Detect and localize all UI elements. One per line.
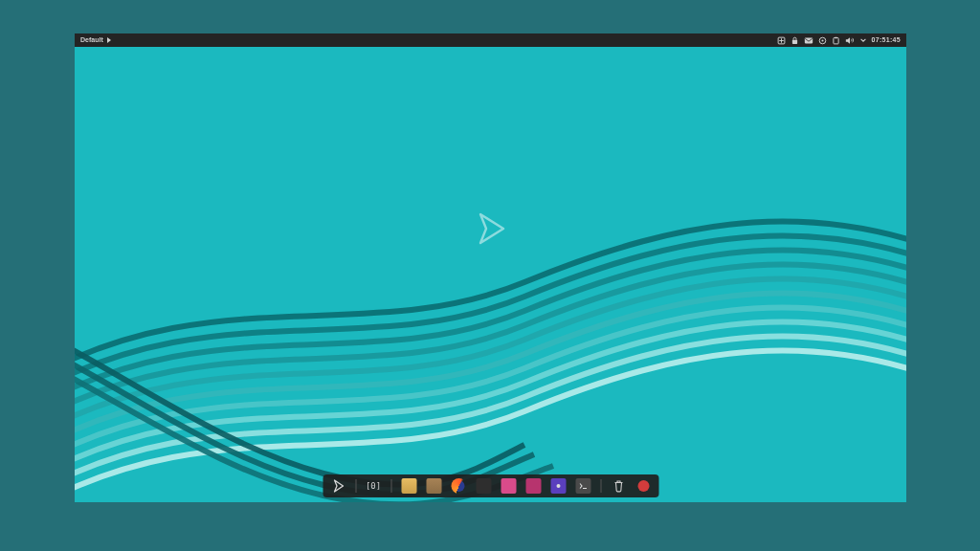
dock: [0]	[323, 474, 658, 497]
dock-item-files-folder[interactable]	[426, 478, 441, 494]
svg-rect-6	[833, 37, 837, 43]
svg-rect-2	[791, 39, 796, 43]
workspace-indicator[interactable]: [0]	[366, 478, 381, 494]
dock-separator	[355, 479, 356, 493]
dock-item-app-magenta[interactable]	[525, 478, 541, 494]
dock-item-app-violet[interactable]	[550, 478, 566, 494]
workspace-label: Default	[80, 33, 103, 47]
svg-rect-0	[75, 33, 906, 502]
settings-icon[interactable]	[818, 36, 827, 45]
update-icon[interactable]	[777, 36, 786, 45]
dock-item-app-pink[interactable]	[501, 478, 516, 494]
clock[interactable]: 07:51:45	[872, 33, 901, 47]
dock-item-power[interactable]	[635, 478, 651, 494]
page-background: Default	[0, 0, 980, 551]
dropdown-icon[interactable]	[859, 36, 867, 44]
dock-item-trash[interactable]	[611, 478, 626, 494]
volume-icon[interactable]	[845, 36, 855, 45]
lock-icon[interactable]	[791, 36, 799, 45]
dock-item-firefox[interactable]	[451, 478, 466, 494]
dock-separator	[600, 479, 601, 493]
system-tray: 07:51:45	[777, 33, 901, 47]
clipboard-icon[interactable]	[832, 36, 840, 45]
dock-item-app-dark[interactable]	[476, 478, 491, 494]
dock-separator	[390, 479, 391, 493]
desktop-screen: Default	[75, 33, 906, 502]
dock-item-terminal[interactable]	[575, 478, 590, 494]
chevron-down-icon	[107, 37, 111, 43]
svg-rect-7	[835, 36, 836, 38]
svg-rect-3	[804, 37, 812, 43]
dock-item-home-folder[interactable]	[401, 478, 416, 494]
launcher-button[interactable]	[330, 478, 345, 494]
workspace-switcher[interactable]: Default	[80, 33, 111, 47]
svg-point-5	[821, 39, 823, 41]
mail-icon[interactable]	[804, 36, 813, 45]
top-panel: Default	[75, 33, 906, 47]
distro-logo-icon	[475, 210, 507, 251]
wallpaper	[75, 33, 906, 502]
